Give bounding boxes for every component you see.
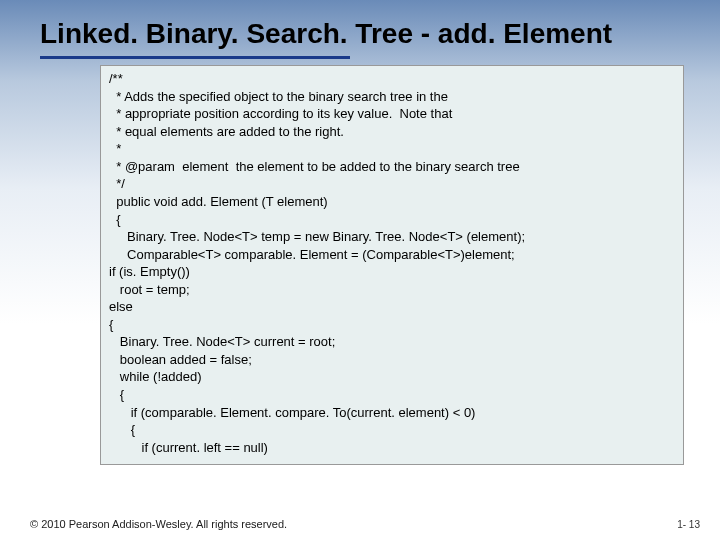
slide-title: Linked. Binary. Search. Tree - add. Elem…: [0, 0, 720, 54]
copyright-footer: © 2010 Pearson Addison-Wesley. All right…: [30, 518, 287, 530]
title-underline: [40, 56, 350, 59]
code-block: /** * Adds the specified object to the b…: [100, 65, 684, 465]
code-segment-2: if (is. Empty()) root = temp; else { Bin…: [109, 263, 675, 456]
code-segment-1: /** * Adds the specified object to the b…: [109, 70, 675, 263]
page-number: 1- 13: [677, 519, 700, 530]
